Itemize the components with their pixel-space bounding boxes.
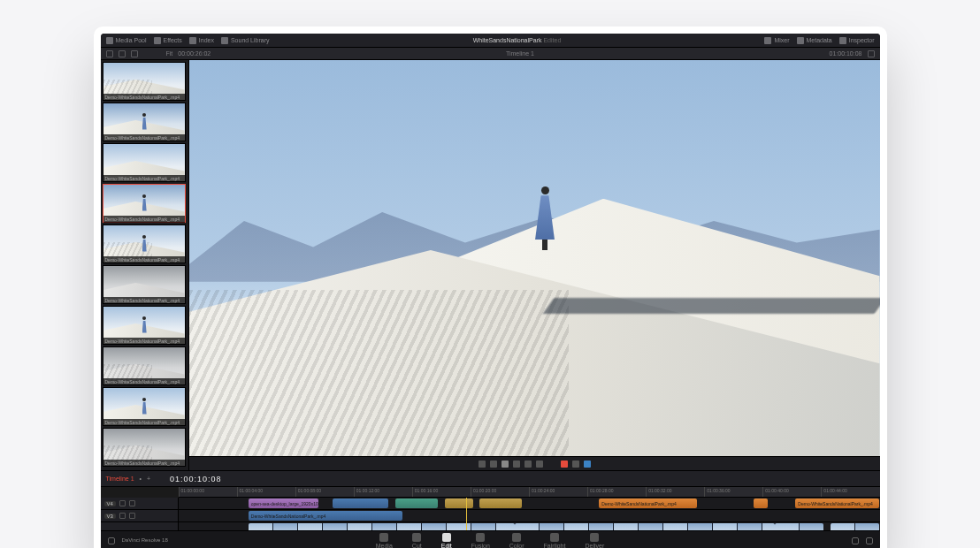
- link-button[interactable]: [572, 460, 579, 468]
- clip[interactable]: Demo-WhiteSandsNationalPark_.mp4: [795, 499, 879, 508]
- media-clip-thumbnail[interactable]: Demo-WhiteSandsNationalPark_.mp4: [103, 184, 186, 223]
- ruler-tick[interactable]: 01:00:00:00: [179, 487, 237, 497]
- media-clip-thumbnail[interactable]: Demo-WhiteSandsNationalPark_.mp4: [103, 265, 186, 304]
- track-header-v2[interactable]: V2Video 2: [101, 522, 178, 530]
- pool-view-icon[interactable]: [106, 50, 113, 57]
- clip[interactable]: [445, 499, 473, 508]
- project-title: WhiteSandsNationalPark Edited: [473, 37, 562, 43]
- play-button[interactable]: [501, 460, 509, 468]
- viewer-toolbar: Fit 00:00:26:02 Timeline 1 01:00:10:08: [101, 48, 880, 60]
- record-timecode: 01:00:10:08: [830, 50, 862, 57]
- clip[interactable]: Demo-WhiteSandsNationalPark_.mp4: [249, 511, 402, 521]
- project-manager-icon[interactable]: [852, 537, 859, 544]
- clip[interactable]: [754, 499, 768, 508]
- app-window: Media PoolEffectsIndexSound Library Whit…: [101, 34, 880, 548]
- workspace-panel-toggle[interactable]: Media Pool: [106, 37, 147, 44]
- media-clip-thumbnail[interactable]: Demo-WhiteSandsNationalPark_.mp4: [103, 103, 186, 141]
- marker-button[interactable]: [561, 460, 568, 468]
- fit-menu[interactable]: Fit: [166, 50, 173, 57]
- clip[interactable]: open-sea-desktop_large_1920x1080.mp4: [249, 499, 318, 508]
- ruler-tick[interactable]: 01:00:36:00: [704, 487, 762, 497]
- track-lane-v3[interactable]: Demo-WhiteSandsNationalPark_.mp4: [179, 510, 880, 522]
- clip[interactable]: Demo-WhiteSandsNationalPark_.mp4: [515, 523, 774, 530]
- clip[interactable]: [333, 499, 388, 508]
- pool-sort-icon[interactable]: [131, 50, 138, 57]
- media-clip-thumbnail[interactable]: Demo-WhiteSandsNationalPark_.mp4: [103, 225, 186, 263]
- playhead[interactable]: [466, 498, 467, 530]
- timeline-timecode[interactable]: 01:00:10:08: [170, 475, 222, 483]
- timeline-ruler[interactable]: 01:00:00:0001:00:04:0001:00:08:0001:00:1…: [179, 487, 880, 498]
- timeline-viewer: [189, 60, 880, 470]
- timeline-name[interactable]: Timeline 1: [506, 50, 534, 57]
- ruler-tick[interactable]: 01:00:40:00: [762, 487, 821, 497]
- ruler-tick[interactable]: 01:00:12:00: [354, 487, 412, 497]
- track-lane-v2[interactable]: Demo-WhiteSandsNationalPark_.mp4Demo-Whi…: [179, 522, 880, 530]
- prev-frame-button[interactable]: [490, 460, 497, 468]
- pool-list-icon[interactable]: [119, 50, 126, 57]
- track-header-v3[interactable]: V3: [101, 510, 178, 522]
- workspace-panel-toggle[interactable]: Metadata: [797, 37, 832, 44]
- last-frame-button[interactable]: [524, 460, 532, 468]
- ruler-tick[interactable]: 01:00:28:00: [587, 487, 646, 497]
- media-pool: Demo-WhiteSandsNationalPark_.mp4Demo-Whi…: [101, 60, 189, 470]
- ruler-tick[interactable]: 01:00:04:00: [237, 487, 295, 497]
- timeline-tab[interactable]: Timeline 1: [106, 476, 134, 482]
- workspace-panel-toggle[interactable]: Mixer: [764, 37, 789, 44]
- page-color[interactable]: Color: [509, 533, 524, 549]
- first-frame-button[interactable]: [479, 460, 486, 468]
- workspace-panel-toggle[interactable]: Index: [189, 37, 214, 44]
- page-cut[interactable]: Cut: [412, 533, 422, 549]
- ruler-tick[interactable]: 01:00:20:00: [471, 487, 529, 497]
- clip[interactable]: [479, 499, 522, 508]
- page-deliver[interactable]: Deliver: [585, 533, 604, 549]
- next-frame-button[interactable]: [513, 460, 520, 468]
- viewer-options-icon[interactable]: [868, 50, 875, 57]
- source-timecode: 00:00:26:02: [178, 50, 211, 57]
- ruler-tick[interactable]: 01:00:16:00: [412, 487, 471, 497]
- media-clip-thumbnail[interactable]: Demo-WhiteSandsNationalPark_.mp4: [103, 428, 186, 467]
- clip[interactable]: Demo-WhiteSandsNationalPark_.mp4: [599, 499, 697, 508]
- clip[interactable]: Demo-WhiteSandsNationalPark_.mp4: [831, 523, 880, 530]
- ruler-tick[interactable]: 01:00:08:00: [295, 487, 354, 497]
- project-settings-icon[interactable]: [866, 537, 873, 544]
- track-lane-v4[interactable]: open-sea-desktop_large_1920x1080.mp4Demo…: [179, 498, 880, 510]
- viewer-canvas[interactable]: [189, 60, 880, 456]
- timeline-tracks: V4V3V2Video 2V1Video 1A1A2 open-sea-desk…: [101, 498, 880, 530]
- clip[interactable]: [775, 523, 824, 530]
- ruler-tick[interactable]: 01:00:24:00: [529, 487, 587, 497]
- workspace-menubar: Media PoolEffectsIndexSound Library Whit…: [101, 34, 880, 48]
- page-edit[interactable]: Edit: [441, 533, 452, 549]
- transport-controls: [189, 456, 880, 470]
- media-clip-thumbnail[interactable]: Demo-WhiteSandsNationalPark_.mp4: [103, 346, 186, 385]
- timeline-header: Timeline 1 •+ 01:00:10:08: [101, 471, 880, 487]
- ruler-tick[interactable]: 01:00:44:00: [821, 487, 879, 497]
- loop-button[interactable]: [536, 460, 543, 468]
- monitor-frame: Media PoolEffectsIndexSound Library Whit…: [94, 27, 887, 548]
- media-clip-thumbnail[interactable]: Demo-WhiteSandsNationalPark_.mp4: [103, 387, 186, 426]
- page-switcher: DaVinci Resolve 18 MediaCutEditFusionCol…: [101, 530, 880, 548]
- resolve-logo-icon[interactable]: [108, 537, 115, 544]
- page-fusion[interactable]: Fusion: [471, 533, 490, 549]
- media-clip-thumbnail[interactable]: Demo-WhiteSandsNationalPark_.mp4: [103, 62, 186, 101]
- flag-button[interactable]: [584, 460, 591, 468]
- ruler-tick[interactable]: 01:00:32:00: [646, 487, 704, 497]
- workspace-panel-toggle[interactable]: Inspector: [839, 37, 875, 44]
- workspace-panel-toggle[interactable]: Sound Library: [221, 37, 270, 44]
- page-media[interactable]: Media: [376, 533, 393, 549]
- app-name: DaVinci Resolve 18: [122, 537, 168, 544]
- media-clip-thumbnail[interactable]: Demo-WhiteSandsNationalPark_.mp4: [103, 143, 186, 182]
- track-header-v4[interactable]: V4: [101, 498, 178, 510]
- clip[interactable]: Demo-WhiteSandsNationalPark_.mp4: [249, 523, 515, 530]
- media-clip-thumbnail[interactable]: Demo-WhiteSandsNationalPark_.mp4: [103, 306, 186, 345]
- page-fairlight[interactable]: Fairlight: [544, 533, 566, 549]
- workspace-panel-toggle[interactable]: Effects: [154, 37, 182, 44]
- clip[interactable]: [395, 499, 438, 508]
